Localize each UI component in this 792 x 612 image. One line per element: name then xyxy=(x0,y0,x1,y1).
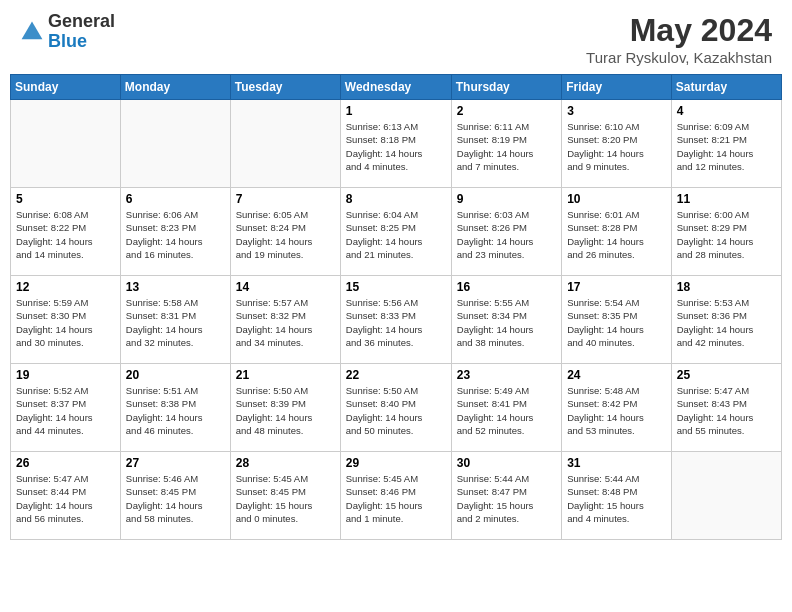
logo-blue: Blue xyxy=(48,32,115,52)
day-info: Sunrise: 6:11 AM Sunset: 8:19 PM Dayligh… xyxy=(457,120,556,173)
day-info: Sunrise: 5:44 AM Sunset: 8:48 PM Dayligh… xyxy=(567,472,666,525)
day-info: Sunrise: 5:45 AM Sunset: 8:45 PM Dayligh… xyxy=(236,472,335,525)
calendar-cell: 18Sunrise: 5:53 AM Sunset: 8:36 PM Dayli… xyxy=(671,276,781,364)
logo-text: General Blue xyxy=(48,12,115,52)
calendar-cell: 25Sunrise: 5:47 AM Sunset: 8:43 PM Dayli… xyxy=(671,364,781,452)
day-info: Sunrise: 6:06 AM Sunset: 8:23 PM Dayligh… xyxy=(126,208,225,261)
calendar-container: SundayMondayTuesdayWednesdayThursdayFrid… xyxy=(0,74,792,550)
calendar-cell xyxy=(671,452,781,540)
calendar-cell: 10Sunrise: 6:01 AM Sunset: 8:28 PM Dayli… xyxy=(562,188,672,276)
day-info: Sunrise: 6:08 AM Sunset: 8:22 PM Dayligh… xyxy=(16,208,115,261)
day-info: Sunrise: 5:53 AM Sunset: 8:36 PM Dayligh… xyxy=(677,296,776,349)
calendar-cell: 1Sunrise: 6:13 AM Sunset: 8:18 PM Daylig… xyxy=(340,100,451,188)
day-info: Sunrise: 5:55 AM Sunset: 8:34 PM Dayligh… xyxy=(457,296,556,349)
calendar-cell: 6Sunrise: 6:06 AM Sunset: 8:23 PM Daylig… xyxy=(120,188,230,276)
calendar-cell: 31Sunrise: 5:44 AM Sunset: 8:48 PM Dayli… xyxy=(562,452,672,540)
day-number: 6 xyxy=(126,192,225,206)
day-header-monday: Monday xyxy=(120,75,230,100)
day-info: Sunrise: 5:57 AM Sunset: 8:32 PM Dayligh… xyxy=(236,296,335,349)
day-number: 31 xyxy=(567,456,666,470)
logo-icon xyxy=(20,20,44,44)
day-number: 14 xyxy=(236,280,335,294)
calendar-cell xyxy=(230,100,340,188)
calendar-cell: 29Sunrise: 5:45 AM Sunset: 8:46 PM Dayli… xyxy=(340,452,451,540)
day-number: 28 xyxy=(236,456,335,470)
day-number: 1 xyxy=(346,104,446,118)
day-info: Sunrise: 5:48 AM Sunset: 8:42 PM Dayligh… xyxy=(567,384,666,437)
day-number: 19 xyxy=(16,368,115,382)
calendar-cell: 3Sunrise: 6:10 AM Sunset: 8:20 PM Daylig… xyxy=(562,100,672,188)
calendar-cell: 17Sunrise: 5:54 AM Sunset: 8:35 PM Dayli… xyxy=(562,276,672,364)
calendar-cell: 16Sunrise: 5:55 AM Sunset: 8:34 PM Dayli… xyxy=(451,276,561,364)
calendar-cell: 12Sunrise: 5:59 AM Sunset: 8:30 PM Dayli… xyxy=(11,276,121,364)
day-number: 18 xyxy=(677,280,776,294)
day-number: 7 xyxy=(236,192,335,206)
day-header-saturday: Saturday xyxy=(671,75,781,100)
calendar-cell: 22Sunrise: 5:50 AM Sunset: 8:40 PM Dayli… xyxy=(340,364,451,452)
day-info: Sunrise: 6:00 AM Sunset: 8:29 PM Dayligh… xyxy=(677,208,776,261)
calendar-cell: 2Sunrise: 6:11 AM Sunset: 8:19 PM Daylig… xyxy=(451,100,561,188)
calendar-week-4: 19Sunrise: 5:52 AM Sunset: 8:37 PM Dayli… xyxy=(11,364,782,452)
calendar-cell: 28Sunrise: 5:45 AM Sunset: 8:45 PM Dayli… xyxy=(230,452,340,540)
calendar-cell xyxy=(11,100,121,188)
calendar-cell: 11Sunrise: 6:00 AM Sunset: 8:29 PM Dayli… xyxy=(671,188,781,276)
day-number: 12 xyxy=(16,280,115,294)
day-number: 27 xyxy=(126,456,225,470)
day-number: 13 xyxy=(126,280,225,294)
calendar-week-2: 5Sunrise: 6:08 AM Sunset: 8:22 PM Daylig… xyxy=(11,188,782,276)
day-number: 10 xyxy=(567,192,666,206)
day-info: Sunrise: 6:10 AM Sunset: 8:20 PM Dayligh… xyxy=(567,120,666,173)
day-info: Sunrise: 5:59 AM Sunset: 8:30 PM Dayligh… xyxy=(16,296,115,349)
calendar-cell: 24Sunrise: 5:48 AM Sunset: 8:42 PM Dayli… xyxy=(562,364,672,452)
day-number: 5 xyxy=(16,192,115,206)
day-info: Sunrise: 5:51 AM Sunset: 8:38 PM Dayligh… xyxy=(126,384,225,437)
day-number: 2 xyxy=(457,104,556,118)
day-number: 8 xyxy=(346,192,446,206)
calendar-cell: 7Sunrise: 6:05 AM Sunset: 8:24 PM Daylig… xyxy=(230,188,340,276)
day-header-thursday: Thursday xyxy=(451,75,561,100)
calendar-cell: 4Sunrise: 6:09 AM Sunset: 8:21 PM Daylig… xyxy=(671,100,781,188)
day-header-wednesday: Wednesday xyxy=(340,75,451,100)
day-number: 22 xyxy=(346,368,446,382)
day-info: Sunrise: 5:46 AM Sunset: 8:45 PM Dayligh… xyxy=(126,472,225,525)
calendar-cell: 19Sunrise: 5:52 AM Sunset: 8:37 PM Dayli… xyxy=(11,364,121,452)
day-header-friday: Friday xyxy=(562,75,672,100)
day-number: 15 xyxy=(346,280,446,294)
logo-general: General xyxy=(48,12,115,32)
day-number: 20 xyxy=(126,368,225,382)
day-number: 25 xyxy=(677,368,776,382)
day-info: Sunrise: 5:44 AM Sunset: 8:47 PM Dayligh… xyxy=(457,472,556,525)
day-info: Sunrise: 5:58 AM Sunset: 8:31 PM Dayligh… xyxy=(126,296,225,349)
calendar-header-row: SundayMondayTuesdayWednesdayThursdayFrid… xyxy=(11,75,782,100)
day-info: Sunrise: 5:47 AM Sunset: 8:44 PM Dayligh… xyxy=(16,472,115,525)
day-number: 23 xyxy=(457,368,556,382)
day-info: Sunrise: 6:04 AM Sunset: 8:25 PM Dayligh… xyxy=(346,208,446,261)
day-number: 16 xyxy=(457,280,556,294)
calendar-cell: 15Sunrise: 5:56 AM Sunset: 8:33 PM Dayli… xyxy=(340,276,451,364)
calendar-title: May 2024 xyxy=(586,12,772,49)
calendar-cell: 5Sunrise: 6:08 AM Sunset: 8:22 PM Daylig… xyxy=(11,188,121,276)
day-number: 24 xyxy=(567,368,666,382)
day-info: Sunrise: 5:56 AM Sunset: 8:33 PM Dayligh… xyxy=(346,296,446,349)
calendar-subtitle: Turar Ryskulov, Kazakhstan xyxy=(586,49,772,66)
day-info: Sunrise: 6:03 AM Sunset: 8:26 PM Dayligh… xyxy=(457,208,556,261)
calendar-cell: 30Sunrise: 5:44 AM Sunset: 8:47 PM Dayli… xyxy=(451,452,561,540)
calendar-cell: 8Sunrise: 6:04 AM Sunset: 8:25 PM Daylig… xyxy=(340,188,451,276)
calendar-week-3: 12Sunrise: 5:59 AM Sunset: 8:30 PM Dayli… xyxy=(11,276,782,364)
day-number: 4 xyxy=(677,104,776,118)
title-section: May 2024 Turar Ryskulov, Kazakhstan xyxy=(586,12,772,66)
calendar-cell xyxy=(120,100,230,188)
day-info: Sunrise: 6:13 AM Sunset: 8:18 PM Dayligh… xyxy=(346,120,446,173)
day-info: Sunrise: 5:54 AM Sunset: 8:35 PM Dayligh… xyxy=(567,296,666,349)
day-header-sunday: Sunday xyxy=(11,75,121,100)
day-number: 11 xyxy=(677,192,776,206)
calendar-week-5: 26Sunrise: 5:47 AM Sunset: 8:44 PM Dayli… xyxy=(11,452,782,540)
day-header-tuesday: Tuesday xyxy=(230,75,340,100)
calendar-cell: 20Sunrise: 5:51 AM Sunset: 8:38 PM Dayli… xyxy=(120,364,230,452)
day-info: Sunrise: 6:01 AM Sunset: 8:28 PM Dayligh… xyxy=(567,208,666,261)
svg-marker-0 xyxy=(22,21,43,39)
day-number: 3 xyxy=(567,104,666,118)
calendar-cell: 9Sunrise: 6:03 AM Sunset: 8:26 PM Daylig… xyxy=(451,188,561,276)
calendar-cell: 26Sunrise: 5:47 AM Sunset: 8:44 PM Dayli… xyxy=(11,452,121,540)
day-info: Sunrise: 5:49 AM Sunset: 8:41 PM Dayligh… xyxy=(457,384,556,437)
